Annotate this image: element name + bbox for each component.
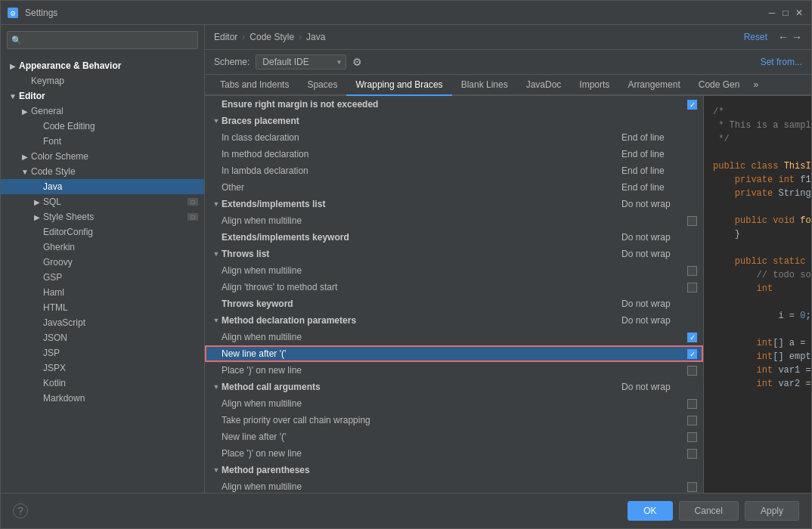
checkbox-align-multiline-extends[interactable] bbox=[687, 216, 697, 226]
tab-javadoc[interactable]: JavaDoc bbox=[517, 75, 571, 96]
sidebar-item-keymap[interactable]: Keymap bbox=[1, 73, 204, 88]
arrow-throws-list[interactable]: ▼ bbox=[211, 249, 222, 259]
sidebar-item-jspx[interactable]: JSPX bbox=[1, 360, 204, 376]
sidebar-label-appearance: Appearance & Behavior bbox=[19, 60, 198, 71]
sidebar-tree: ▶ Appearance & Behavior Keymap ▼ Editor … bbox=[1, 55, 204, 493]
checkbox-ensure-margin[interactable] bbox=[687, 100, 697, 110]
minimize-button[interactable]: ─ bbox=[766, 7, 778, 19]
arrow-method-call-args[interactable]: ▼ bbox=[211, 382, 222, 392]
value-throws-keyword: Do not wrap bbox=[621, 299, 697, 309]
value-extends-list: Do not wrap bbox=[621, 199, 697, 209]
checkbox-align-throws-method[interactable] bbox=[687, 283, 697, 292]
help-button[interactable]: ? bbox=[13, 503, 28, 518]
sidebar-item-appearance[interactable]: ▶ Appearance & Behavior bbox=[1, 58, 204, 73]
arrow-extends-keyword bbox=[211, 232, 222, 243]
checkbox-align-multiline-method-decl[interactable] bbox=[687, 333, 697, 342]
label-in-method: In method declaration bbox=[222, 149, 621, 159]
sidebar-label-general: General bbox=[31, 106, 198, 116]
sidebar-item-font[interactable]: Font bbox=[1, 134, 204, 149]
sidebar-item-haml[interactable]: Haml bbox=[1, 285, 204, 300]
sidebar-item-sql[interactable]: ▶ SQL □ bbox=[1, 194, 204, 209]
code-line-10: } bbox=[713, 227, 802, 241]
sidebar-item-kotlin[interactable]: Kotlin bbox=[1, 376, 204, 391]
arrow-braces[interactable]: ▼ bbox=[211, 116, 222, 126]
row-in-lambda: In lambda declaration End of line bbox=[205, 162, 703, 179]
forward-button[interactable]: → bbox=[792, 31, 802, 43]
arrow-extends-list[interactable]: ▼ bbox=[211, 199, 222, 209]
label-take-priority: Take priority over call chain wrapping bbox=[222, 415, 687, 425]
sidebar-item-gsp[interactable]: GSP bbox=[1, 270, 204, 285]
sidebar-item-gherkin[interactable]: Gherkin bbox=[1, 240, 204, 255]
value-throws-list: Do not wrap bbox=[621, 249, 697, 259]
sidebar-item-javascript[interactable]: JavaScript bbox=[1, 315, 204, 330]
tab-blank-lines[interactable]: Blank Lines bbox=[452, 75, 517, 96]
sidebar-item-json[interactable]: JSON bbox=[1, 330, 204, 345]
tree-arrow-html bbox=[31, 302, 43, 314]
checkbox-align-multiline-call[interactable] bbox=[687, 399, 697, 409]
sidebar-label-jspx: JSPX bbox=[43, 363, 198, 373]
sidebar-item-code-style[interactable]: ▼ Code Style bbox=[1, 164, 204, 179]
scheme-select[interactable]: Default IDE bbox=[256, 54, 346, 70]
label-extends-list: Extends/implements list bbox=[222, 199, 621, 209]
tree-arrow-color-scheme: ▶ bbox=[19, 150, 31, 162]
label-method-call-args: Method call arguments bbox=[222, 382, 621, 392]
sidebar-item-groovy[interactable]: Groovy bbox=[1, 255, 204, 270]
close-button[interactable]: ✕ bbox=[793, 7, 805, 19]
tree-arrow-appearance: ▶ bbox=[7, 60, 19, 72]
scheme-bar: Scheme: Default IDE ⚙ Set from... bbox=[205, 50, 811, 75]
checkbox-take-priority[interactable] bbox=[687, 416, 697, 425]
row-new-line-after-lparen-call: New line after '(' bbox=[205, 428, 703, 445]
arrow-method-parens[interactable]: ▼ bbox=[211, 465, 222, 475]
sidebar-item-markdown[interactable]: Markdown bbox=[1, 391, 204, 406]
tab-more-icon[interactable]: » bbox=[750, 75, 761, 94]
tab-code-gen[interactable]: Code Gen bbox=[690, 75, 749, 96]
checkbox-new-line-after-lparen-call[interactable] bbox=[687, 432, 697, 442]
sidebar-item-color-scheme[interactable]: ▶ Color Scheme bbox=[1, 149, 204, 164]
apply-button[interactable]: Apply bbox=[745, 501, 799, 521]
checkbox-new-line-after-lparen-decl[interactable] bbox=[687, 349, 697, 359]
sidebar-item-java[interactable]: Java bbox=[1, 179, 204, 194]
reset-button[interactable]: Reset bbox=[744, 32, 767, 42]
tab-spaces[interactable]: Spaces bbox=[298, 75, 346, 96]
checkbox-align-multiline-throws[interactable] bbox=[687, 266, 697, 276]
checkbox-place-rparen-call[interactable] bbox=[687, 449, 697, 459]
label-align-multiline-throws: Align when multiline bbox=[222, 265, 687, 276]
sidebar-label-code-editing: Code Editing bbox=[43, 121, 198, 131]
cancel-button[interactable]: Cancel bbox=[679, 501, 739, 521]
maximize-button[interactable]: □ bbox=[779, 7, 792, 19]
arrow-method-decl-params[interactable]: ▼ bbox=[211, 315, 222, 326]
sidebar-label-color-scheme: Color Scheme bbox=[31, 151, 198, 162]
code-line-14: int bbox=[713, 282, 802, 295]
sidebar-item-jsp[interactable]: JSP bbox=[1, 345, 204, 360]
row-method-call-args: ▼ Method call arguments Do not wrap bbox=[205, 379, 703, 395]
tab-tabs-indents[interactable]: Tabs and Indents bbox=[211, 75, 298, 96]
sidebar-item-editor[interactable]: ▼ Editor bbox=[1, 88, 204, 104]
row-new-line-after-lparen-decl[interactable]: New line after '(' bbox=[205, 345, 703, 362]
sidebar-item-code-editing[interactable]: Code Editing bbox=[1, 119, 204, 134]
ok-button[interactable]: OK bbox=[628, 501, 672, 521]
row-extends-keyword: Extends/implements keyword Do not wrap bbox=[205, 229, 703, 246]
tab-imports[interactable]: Imports bbox=[570, 75, 618, 96]
value-method-decl-params: Do not wrap bbox=[621, 315, 697, 326]
label-align-multiline-extends: Align when multiline bbox=[222, 215, 687, 226]
main-content: 🔍 ▶ Appearance & Behavior Keymap ▼ Edito… bbox=[1, 25, 811, 493]
code-line-6: private int f1 = 1; bbox=[713, 173, 802, 187]
breadcrumb-sep-1: › bbox=[242, 32, 245, 42]
tab-arrangement[interactable]: Arrangement bbox=[618, 75, 689, 96]
arrow-throws-keyword bbox=[211, 299, 222, 309]
sidebar-item-editorconfig[interactable]: EditorConfig bbox=[1, 224, 204, 240]
sidebar-item-style-sheets[interactable]: ▶ Style Sheets □ bbox=[1, 209, 204, 224]
sidebar-item-general[interactable]: ▶ General bbox=[1, 104, 204, 119]
checkbox-place-rparen-decl[interactable] bbox=[687, 366, 697, 376]
tab-wrapping[interactable]: Wrapping and Braces bbox=[346, 75, 451, 96]
set-from-link[interactable]: Set from... bbox=[761, 57, 802, 67]
tree-arrow-javascript bbox=[31, 317, 43, 329]
code-line-4 bbox=[713, 146, 802, 159]
checkbox-align-multiline-parens[interactable] bbox=[687, 482, 697, 492]
sidebar-label-html: HTML bbox=[43, 302, 198, 313]
code-line-2: * This is a sample file. bbox=[713, 119, 802, 132]
gear-icon[interactable]: ⚙ bbox=[352, 56, 362, 68]
search-input[interactable] bbox=[7, 31, 198, 49]
back-button[interactable]: ← bbox=[778, 31, 789, 43]
sidebar-item-html[interactable]: HTML bbox=[1, 300, 204, 315]
